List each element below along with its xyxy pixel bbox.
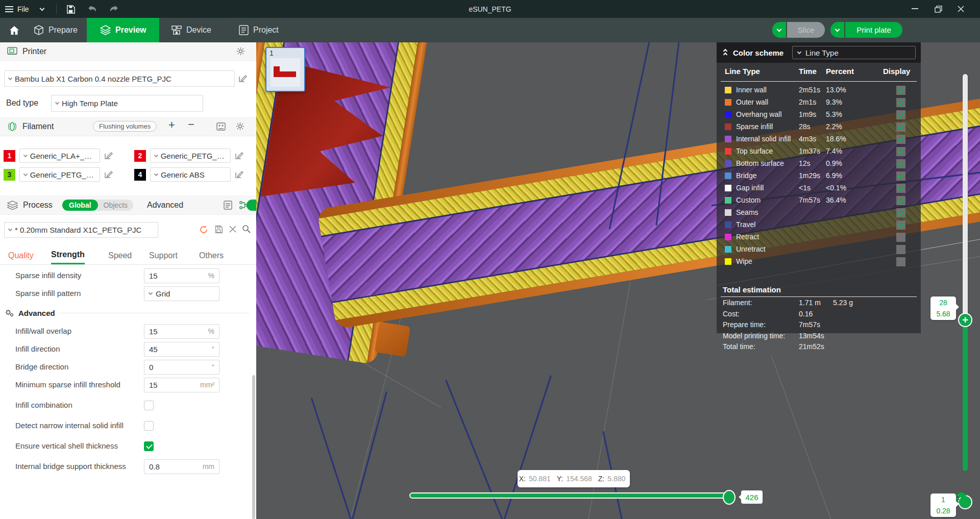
filament-preset-select[interactable]: Generic ABS [150, 167, 231, 182]
tab-strength[interactable]: Strength [51, 246, 85, 264]
display-checkbox[interactable] [896, 233, 905, 242]
filament-number-badge[interactable]: 1 [4, 150, 15, 162]
window-title: eSUN_PETG [0, 0, 980, 18]
process-preset-select[interactable]: * 0.20mm Standard X1C_PETG_PJC [4, 222, 158, 238]
close-button[interactable] [950, 0, 971, 18]
detect-narrow-internal-solid-infill-checkbox[interactable] [144, 421, 154, 431]
tab-preview[interactable]: Preview [87, 18, 159, 42]
filament-number-badge[interactable]: 4 [134, 169, 146, 181]
chevron-down-icon [23, 153, 28, 157]
move-slider-track[interactable] [409, 492, 732, 499]
home-tab[interactable] [6, 18, 22, 42]
sparse-infill-pattern-select[interactable]: Grid [144, 286, 219, 301]
display-checkbox[interactable] [896, 171, 905, 181]
ensure-vertical-shell-thickness-checkbox[interactable] [144, 441, 154, 451]
display-checkbox[interactable] [896, 184, 905, 193]
internal-bridge-support-thickness-input[interactable]: 0.8mm [144, 459, 219, 474]
flushing-volumes-button[interactable]: Flushing volumes [93, 121, 157, 132]
collapse-panel-icon[interactable] [724, 50, 727, 56]
redo-button[interactable] [108, 4, 119, 15]
filament-settings-gear-icon[interactable] [236, 122, 244, 131]
sidebar-scrollbar[interactable] [252, 375, 255, 519]
display-checkbox[interactable] [896, 86, 905, 95]
legend-row: Unretract [717, 243, 921, 256]
layer-slider-upper-handle[interactable]: + [958, 313, 972, 327]
filament-preset-select[interactable]: Generic_PLA+_eS... [19, 149, 100, 163]
display-checkbox[interactable] [896, 257, 905, 266]
printer-settings-gear-icon[interactable] [236, 47, 245, 56]
remove-filament-button[interactable]: − [188, 118, 194, 131]
save-preset-icon[interactable] [214, 225, 223, 234]
display-checkbox[interactable] [896, 98, 905, 107]
print-plate-dropdown-button[interactable] [830, 22, 844, 38]
layer-slider-track-selected[interactable] [963, 320, 968, 471]
display-checkbox[interactable] [896, 220, 905, 230]
edit-printer-icon[interactable] [238, 74, 247, 83]
object-tree-icon[interactable] [239, 201, 248, 210]
reset-preset-icon[interactable] [199, 225, 208, 234]
display-checkbox[interactable] [896, 159, 905, 168]
param-label: Infill combination [15, 400, 144, 410]
layers-icon[interactable] [954, 491, 969, 505]
display-checkbox[interactable] [896, 147, 905, 156]
infill-direction-input[interactable]: 45° [144, 342, 219, 357]
filament-number-badge[interactable]: 3 [4, 169, 15, 181]
chevron-down-icon [154, 171, 158, 176]
edit-filament-icon[interactable] [234, 170, 243, 179]
filament-number-badge[interactable]: 2 [134, 150, 146, 162]
ams-icon[interactable] [216, 122, 226, 131]
filament-slot: 2Generic_PETG_eS... [134, 149, 243, 163]
tab-support[interactable]: Support [149, 246, 178, 264]
tab-project[interactable]: Project [239, 18, 279, 42]
display-checkbox[interactable] [896, 122, 905, 132]
maximize-button[interactable] [928, 0, 948, 18]
display-checkbox[interactable] [896, 196, 905, 205]
filament-preset-select[interactable]: Generic_PETG_eS... [19, 167, 100, 182]
layer-slider-track-upper[interactable] [963, 74, 968, 320]
tab-speed[interactable]: Speed [108, 246, 132, 264]
sparse-infill-density-input[interactable]: 15% [144, 268, 219, 283]
clear-preset-icon[interactable] [229, 226, 236, 233]
search-icon[interactable] [242, 225, 251, 233]
printer-preset-select[interactable]: Bambu Lab X1 Carbon 0.4 nozzle PETG_PJC [4, 70, 235, 87]
undo-button[interactable] [87, 4, 98, 15]
minimize-button[interactable] [904, 0, 925, 18]
infill-combination-checkbox[interactable] [144, 401, 154, 410]
edit-filament-icon[interactable] [104, 170, 113, 179]
edit-filament-icon[interactable] [104, 151, 113, 160]
add-filament-button[interactable]: + [168, 118, 175, 132]
process-global-option[interactable]: Global [62, 200, 98, 211]
display-checkbox[interactable] [896, 135, 905, 144]
view-mode-select[interactable]: Line Type [792, 46, 916, 59]
bed-type-select[interactable]: High Temp Plate [51, 95, 203, 112]
printer-icon [7, 47, 17, 56]
viewport-3d[interactable]: 1 Color scheme Line Type Line Type Time … [256, 42, 980, 519]
display-checkbox[interactable] [896, 110, 905, 119]
parameter-table-icon[interactable] [224, 201, 232, 210]
tab-quality[interactable]: Quality [8, 246, 34, 264]
plate-thumbnail[interactable]: 1 [265, 47, 305, 92]
save-button[interactable] [65, 4, 76, 15]
bridge-direction-input[interactable]: 0° [144, 360, 219, 375]
edit-filament-icon[interactable] [234, 151, 243, 160]
slice-button-group: Slice [772, 22, 825, 38]
chevron-down-icon [149, 291, 153, 295]
layer-slider[interactable]: + 285.68 10.28 [962, 74, 969, 471]
slice-button[interactable]: Slice [787, 22, 825, 38]
tab-others[interactable]: Others [199, 246, 224, 264]
move-slider[interactable]: 426 [409, 491, 739, 500]
display-checkbox[interactable] [896, 245, 905, 254]
display-checkbox[interactable] [896, 208, 905, 217]
tab-prepare[interactable]: Prepare [34, 18, 78, 42]
filament-preset-select[interactable]: Generic_PETG_eS... [150, 149, 231, 163]
legend-header: Color scheme Line Type [717, 42, 921, 63]
file-menu[interactable]: File [5, 0, 44, 18]
print-plate-button[interactable]: Print plate [845, 22, 902, 38]
move-slider-handle[interactable] [723, 490, 736, 505]
tab-device[interactable]: Device [172, 18, 211, 42]
minimum-sparse-infill-threshold-input[interactable]: 15mm² [144, 378, 219, 392]
process-objects-option[interactable]: Objects [98, 200, 133, 211]
param-row: Bridge direction0° [0, 359, 252, 375]
infill-wall-overlap-input[interactable]: 15% [144, 324, 219, 339]
slice-dropdown-button[interactable] [772, 22, 786, 38]
